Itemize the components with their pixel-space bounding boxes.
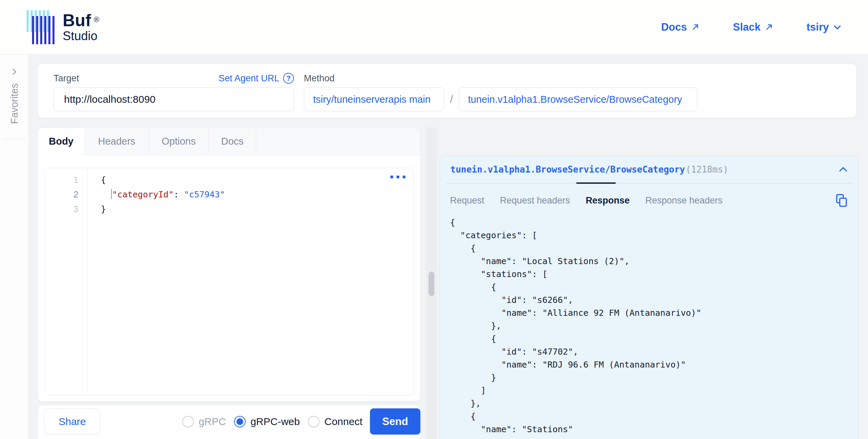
- buf-logo[interactable]: Buf ® Studio: [27, 10, 99, 44]
- favorites-divider: [3, 139, 26, 139]
- chevron-up-icon: [839, 167, 848, 172]
- editor-line: }: [101, 202, 414, 216]
- protocol-label: gRPC-web: [250, 416, 300, 427]
- response-json-line: },: [450, 397, 848, 410]
- line-number-active: 2: [45, 187, 88, 202]
- tabbar-filler: [256, 128, 420, 155]
- set-agent-url-label: Set Agent URL: [218, 73, 279, 84]
- response-tabs: Request Request headers Response Respons…: [440, 183, 858, 207]
- response-json-line: "name": "Local Stations (2)",: [450, 255, 848, 268]
- line-number: 3: [45, 202, 88, 216]
- json-string-value: "c57943": [184, 190, 225, 199]
- brand-name-text: Buf: [63, 12, 91, 29]
- user-menu[interactable]: tsiry: [807, 21, 841, 33]
- favorites-sidebar: Favorites: [0, 54, 29, 439]
- protocol-label: gRPC: [199, 416, 226, 427]
- buf-logo-icon: [27, 10, 55, 44]
- response-card: tunein.v1alpha1.BrowseService/BrowseCate…: [439, 156, 858, 439]
- top-nav: Docs Slack tsiry: [661, 21, 841, 33]
- radio-circle: [182, 416, 194, 427]
- method-label: Method: [304, 73, 335, 84]
- target-method-card: Target Set Agent URL ? Method tsiry/tune…: [37, 64, 857, 118]
- copy-response-button[interactable]: [836, 194, 848, 207]
- nav-slack-link[interactable]: Slack: [733, 21, 773, 33]
- tab-docs[interactable]: Docs: [209, 128, 256, 155]
- editor-gutter: 1 2 3: [45, 168, 88, 395]
- request-panel: Body Headers Options Docs 1 2 3 { "categ…: [37, 128, 421, 402]
- panel-scrollbar-track[interactable]: [426, 128, 437, 439]
- text-cursor: [111, 189, 112, 199]
- editor-line-active: "categoryId": "c57943": [101, 187, 414, 202]
- favorites-expand-button[interactable]: [11, 68, 18, 77]
- response-json-line: {: [450, 281, 848, 294]
- response-json-line: {: [450, 332, 848, 345]
- response-json-line: "id": "s47702",: [450, 345, 848, 358]
- nav-docs-link[interactable]: Docs: [661, 21, 699, 33]
- protocol-radio-group: gRPC gRPC-web Connect: [182, 408, 362, 435]
- help-icon[interactable]: ?: [283, 73, 294, 84]
- json-key: "categoryId": [112, 190, 174, 199]
- send-button[interactable]: Send: [370, 408, 420, 435]
- editor-code[interactable]: { "categoryId": "c57943" }: [88, 168, 414, 216]
- response-json-line: },: [450, 320, 848, 332]
- tab-headers[interactable]: Headers: [85, 128, 149, 155]
- radio-circle-selected: [234, 416, 246, 427]
- tab-request-headers[interactable]: Request headers: [500, 195, 570, 206]
- brand-name: Buf ®: [63, 12, 99, 29]
- registered-mark: ®: [94, 11, 99, 29]
- action-bar: Share gRPC gRPC-web Connect Send: [37, 405, 421, 439]
- radio-circle: [308, 416, 320, 427]
- method-rpc-select[interactable]: tunein.v1alpha1.BrowseService/BrowseCate…: [459, 87, 697, 111]
- chevron-down-icon: [833, 24, 841, 30]
- request-body-editor[interactable]: 1 2 3 { "categoryId": "c57943" }: [44, 168, 414, 395]
- editor-line: {: [101, 173, 414, 187]
- protocol-radio-connect[interactable]: Connect: [308, 416, 362, 427]
- response-json-line: "name": "Stations": [450, 423, 848, 436]
- set-agent-url-link[interactable]: Set Agent URL ?: [218, 73, 294, 84]
- tab-response-headers[interactable]: Response headers: [645, 195, 723, 206]
- response-json-line: {: [450, 410, 848, 423]
- tab-body[interactable]: Body: [38, 128, 85, 155]
- panel-scrollbar-thumb[interactable]: [429, 272, 434, 296]
- top-bar: Buf ® Studio Docs Slack tsiry: [0, 0, 868, 54]
- method-column: Method tsiry/tuneinserverapis main / tun…: [304, 72, 697, 118]
- active-tab-indicator: [576, 182, 616, 184]
- external-link-icon: [765, 23, 773, 31]
- method-module-select[interactable]: tsiry/tuneinserverapis main: [304, 87, 444, 111]
- nav-slack-label: Slack: [733, 21, 761, 33]
- response-duration: (1218ms): [686, 164, 728, 175]
- external-link-icon: [692, 23, 699, 31]
- line-number: 1: [45, 173, 88, 187]
- protocol-radio-grpc-web[interactable]: gRPC-web: [234, 416, 300, 427]
- protocol-label: Connect: [324, 416, 362, 427]
- tab-request[interactable]: Request: [450, 195, 484, 206]
- collapse-response-button[interactable]: [839, 167, 848, 172]
- brand-text: Buf ® Studio: [63, 12, 99, 43]
- nav-docs-label: Docs: [661, 21, 687, 33]
- share-button[interactable]: Share: [44, 408, 100, 435]
- chevron-right-icon: [11, 68, 18, 76]
- response-json-body[interactable]: { "categories": [ { "name": "Local Stati…: [440, 207, 858, 436]
- editor-menu-button[interactable]: [390, 176, 405, 178]
- brand-product: Studio: [63, 29, 99, 43]
- favorites-label[interactable]: Favorites: [0, 81, 29, 126]
- tab-response[interactable]: Response: [586, 195, 630, 206]
- tab-options[interactable]: Options: [149, 128, 209, 155]
- response-json-line: ]: [450, 384, 848, 397]
- buf-studio-app: Buf ® Studio Docs Slack tsiry: [0, 0, 868, 439]
- response-entry-header[interactable]: tunein.v1alpha1.BrowseService/BrowseCate…: [446, 156, 852, 183]
- request-tabs: Body Headers Options Docs: [38, 128, 420, 155]
- copy-icon: [836, 194, 848, 207]
- target-column: Target Set Agent URL ?: [53, 72, 294, 118]
- target-input[interactable]: [53, 87, 294, 111]
- target-label: Target: [53, 73, 79, 84]
- response-json-line: }: [450, 371, 848, 384]
- method-separator: /: [450, 93, 453, 105]
- response-json-line: "id": "s6266",: [450, 294, 848, 307]
- response-method-name: tunein.v1alpha1.BrowseService/BrowseCate…: [450, 164, 685, 175]
- user-name: tsiry: [807, 21, 829, 33]
- main-content: Target Set Agent URL ? Method tsiry/tune…: [29, 54, 868, 439]
- protocol-radio-grpc[interactable]: gRPC: [182, 416, 226, 427]
- response-json-line: "stations": [: [450, 268, 848, 281]
- response-json-line: "name": "Alliance 92 FM (Antananarivo)": [450, 307, 848, 320]
